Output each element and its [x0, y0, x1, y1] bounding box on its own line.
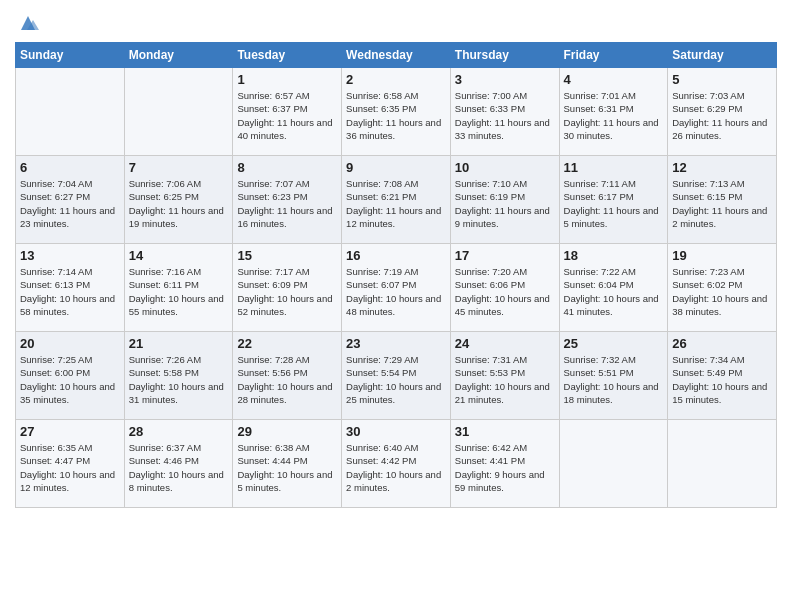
calendar-cell: 30Sunrise: 6:40 AM Sunset: 4:42 PM Dayli… — [342, 420, 451, 508]
logo-icon — [17, 12, 39, 34]
week-row-0: 1Sunrise: 6:57 AM Sunset: 6:37 PM Daylig… — [16, 68, 777, 156]
day-info: Sunrise: 7:31 AM Sunset: 5:53 PM Dayligh… — [455, 353, 555, 406]
calendar-cell: 11Sunrise: 7:11 AM Sunset: 6:17 PM Dayli… — [559, 156, 668, 244]
day-number: 6 — [20, 160, 120, 175]
day-info: Sunrise: 7:07 AM Sunset: 6:23 PM Dayligh… — [237, 177, 337, 230]
day-number: 28 — [129, 424, 229, 439]
calendar-cell: 21Sunrise: 7:26 AM Sunset: 5:58 PM Dayli… — [124, 332, 233, 420]
calendar-cell: 12Sunrise: 7:13 AM Sunset: 6:15 PM Dayli… — [668, 156, 777, 244]
calendar-cell: 25Sunrise: 7:32 AM Sunset: 5:51 PM Dayli… — [559, 332, 668, 420]
header — [15, 10, 777, 34]
day-number: 13 — [20, 248, 120, 263]
day-info: Sunrise: 6:40 AM Sunset: 4:42 PM Dayligh… — [346, 441, 446, 494]
calendar-cell: 2Sunrise: 6:58 AM Sunset: 6:35 PM Daylig… — [342, 68, 451, 156]
day-number: 17 — [455, 248, 555, 263]
calendar-cell: 6Sunrise: 7:04 AM Sunset: 6:27 PM Daylig… — [16, 156, 125, 244]
day-number: 29 — [237, 424, 337, 439]
calendar-cell: 13Sunrise: 7:14 AM Sunset: 6:13 PM Dayli… — [16, 244, 125, 332]
day-number: 10 — [455, 160, 555, 175]
day-info: Sunrise: 7:19 AM Sunset: 6:07 PM Dayligh… — [346, 265, 446, 318]
day-info: Sunrise: 6:38 AM Sunset: 4:44 PM Dayligh… — [237, 441, 337, 494]
calendar-cell: 7Sunrise: 7:06 AM Sunset: 6:25 PM Daylig… — [124, 156, 233, 244]
weekday-header-saturday: Saturday — [668, 43, 777, 68]
day-number: 16 — [346, 248, 446, 263]
calendar-cell: 8Sunrise: 7:07 AM Sunset: 6:23 PM Daylig… — [233, 156, 342, 244]
day-info: Sunrise: 7:08 AM Sunset: 6:21 PM Dayligh… — [346, 177, 446, 230]
day-number: 27 — [20, 424, 120, 439]
day-number: 8 — [237, 160, 337, 175]
calendar-cell: 16Sunrise: 7:19 AM Sunset: 6:07 PM Dayli… — [342, 244, 451, 332]
day-info: Sunrise: 7:32 AM Sunset: 5:51 PM Dayligh… — [564, 353, 664, 406]
calendar-cell: 24Sunrise: 7:31 AM Sunset: 5:53 PM Dayli… — [450, 332, 559, 420]
day-info: Sunrise: 7:17 AM Sunset: 6:09 PM Dayligh… — [237, 265, 337, 318]
calendar-cell — [668, 420, 777, 508]
calendar-cell — [16, 68, 125, 156]
calendar-table: SundayMondayTuesdayWednesdayThursdayFrid… — [15, 42, 777, 508]
weekday-header-wednesday: Wednesday — [342, 43, 451, 68]
weekday-header-monday: Monday — [124, 43, 233, 68]
week-row-3: 20Sunrise: 7:25 AM Sunset: 6:00 PM Dayli… — [16, 332, 777, 420]
calendar-cell: 29Sunrise: 6:38 AM Sunset: 4:44 PM Dayli… — [233, 420, 342, 508]
day-number: 4 — [564, 72, 664, 87]
day-number: 7 — [129, 160, 229, 175]
day-number: 5 — [672, 72, 772, 87]
calendar-cell: 22Sunrise: 7:28 AM Sunset: 5:56 PM Dayli… — [233, 332, 342, 420]
day-info: Sunrise: 7:14 AM Sunset: 6:13 PM Dayligh… — [20, 265, 120, 318]
week-row-2: 13Sunrise: 7:14 AM Sunset: 6:13 PM Dayli… — [16, 244, 777, 332]
day-info: Sunrise: 7:34 AM Sunset: 5:49 PM Dayligh… — [672, 353, 772, 406]
day-number: 12 — [672, 160, 772, 175]
calendar-cell — [124, 68, 233, 156]
calendar-cell: 3Sunrise: 7:00 AM Sunset: 6:33 PM Daylig… — [450, 68, 559, 156]
day-info: Sunrise: 7:16 AM Sunset: 6:11 PM Dayligh… — [129, 265, 229, 318]
day-number: 3 — [455, 72, 555, 87]
weekday-header-friday: Friday — [559, 43, 668, 68]
calendar-cell: 23Sunrise: 7:29 AM Sunset: 5:54 PM Dayli… — [342, 332, 451, 420]
calendar-cell: 1Sunrise: 6:57 AM Sunset: 6:37 PM Daylig… — [233, 68, 342, 156]
day-info: Sunrise: 7:23 AM Sunset: 6:02 PM Dayligh… — [672, 265, 772, 318]
day-info: Sunrise: 7:10 AM Sunset: 6:19 PM Dayligh… — [455, 177, 555, 230]
day-info: Sunrise: 6:58 AM Sunset: 6:35 PM Dayligh… — [346, 89, 446, 142]
calendar-page: SundayMondayTuesdayWednesdayThursdayFrid… — [0, 0, 792, 612]
calendar-cell: 27Sunrise: 6:35 AM Sunset: 4:47 PM Dayli… — [16, 420, 125, 508]
day-number: 9 — [346, 160, 446, 175]
day-number: 14 — [129, 248, 229, 263]
day-number: 20 — [20, 336, 120, 351]
week-row-4: 27Sunrise: 6:35 AM Sunset: 4:47 PM Dayli… — [16, 420, 777, 508]
day-number: 23 — [346, 336, 446, 351]
calendar-cell: 15Sunrise: 7:17 AM Sunset: 6:09 PM Dayli… — [233, 244, 342, 332]
day-number: 2 — [346, 72, 446, 87]
day-info: Sunrise: 6:37 AM Sunset: 4:46 PM Dayligh… — [129, 441, 229, 494]
weekday-header-row: SundayMondayTuesdayWednesdayThursdayFrid… — [16, 43, 777, 68]
calendar-cell: 17Sunrise: 7:20 AM Sunset: 6:06 PM Dayli… — [450, 244, 559, 332]
day-info: Sunrise: 7:28 AM Sunset: 5:56 PM Dayligh… — [237, 353, 337, 406]
day-number: 19 — [672, 248, 772, 263]
day-info: Sunrise: 7:00 AM Sunset: 6:33 PM Dayligh… — [455, 89, 555, 142]
day-number: 11 — [564, 160, 664, 175]
day-info: Sunrise: 7:25 AM Sunset: 6:00 PM Dayligh… — [20, 353, 120, 406]
day-info: Sunrise: 6:35 AM Sunset: 4:47 PM Dayligh… — [20, 441, 120, 494]
calendar-cell: 10Sunrise: 7:10 AM Sunset: 6:19 PM Dayli… — [450, 156, 559, 244]
day-number: 25 — [564, 336, 664, 351]
day-info: Sunrise: 7:03 AM Sunset: 6:29 PM Dayligh… — [672, 89, 772, 142]
weekday-header-thursday: Thursday — [450, 43, 559, 68]
calendar-cell: 4Sunrise: 7:01 AM Sunset: 6:31 PM Daylig… — [559, 68, 668, 156]
calendar-cell: 20Sunrise: 7:25 AM Sunset: 6:00 PM Dayli… — [16, 332, 125, 420]
calendar-cell: 5Sunrise: 7:03 AM Sunset: 6:29 PM Daylig… — [668, 68, 777, 156]
day-number: 15 — [237, 248, 337, 263]
day-info: Sunrise: 7:11 AM Sunset: 6:17 PM Dayligh… — [564, 177, 664, 230]
calendar-cell — [559, 420, 668, 508]
day-info: Sunrise: 7:04 AM Sunset: 6:27 PM Dayligh… — [20, 177, 120, 230]
day-info: Sunrise: 7:26 AM Sunset: 5:58 PM Dayligh… — [129, 353, 229, 406]
day-number: 21 — [129, 336, 229, 351]
day-info: Sunrise: 7:06 AM Sunset: 6:25 PM Dayligh… — [129, 177, 229, 230]
weekday-header-sunday: Sunday — [16, 43, 125, 68]
day-info: Sunrise: 7:13 AM Sunset: 6:15 PM Dayligh… — [672, 177, 772, 230]
day-number: 26 — [672, 336, 772, 351]
week-row-1: 6Sunrise: 7:04 AM Sunset: 6:27 PM Daylig… — [16, 156, 777, 244]
day-info: Sunrise: 6:42 AM Sunset: 4:41 PM Dayligh… — [455, 441, 555, 494]
day-number: 22 — [237, 336, 337, 351]
weekday-header-tuesday: Tuesday — [233, 43, 342, 68]
calendar-cell: 18Sunrise: 7:22 AM Sunset: 6:04 PM Dayli… — [559, 244, 668, 332]
logo — [15, 14, 39, 34]
day-info: Sunrise: 7:20 AM Sunset: 6:06 PM Dayligh… — [455, 265, 555, 318]
